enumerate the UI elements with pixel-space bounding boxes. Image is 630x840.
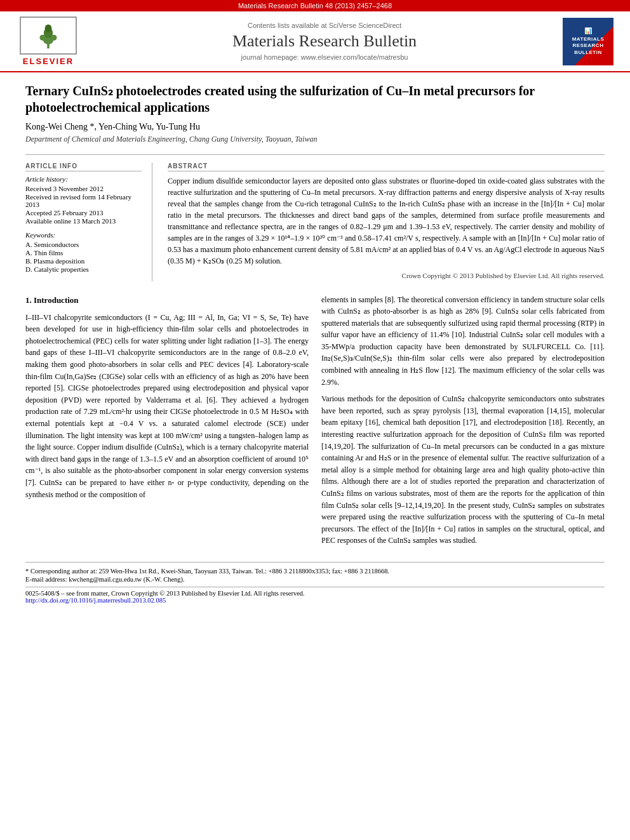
authors: Kong-Wei Cheng *, Yen-Ching Wu, Yu-Tung … xyxy=(25,122,605,132)
article-info-abstract: Article Info Article history: Received 3… xyxy=(25,163,605,281)
abstract-text: Copper indium disulfide semiconductor la… xyxy=(168,175,605,281)
mrb-label: MATERIALS xyxy=(572,36,605,43)
available-date: Available online 13 March 2013 xyxy=(25,217,142,225)
corresponding-author: * Corresponding author at: 259 Wen-Hwa 1… xyxy=(25,568,605,575)
journal-header: ELSEVIER Contents lists available at Sci… xyxy=(0,11,630,72)
accepted-date: Accepted 25 February 2013 xyxy=(25,209,142,217)
header-divider xyxy=(25,154,605,155)
introduction-section: 1. Introduction I–III–VI chalcopyrite se… xyxy=(25,294,605,552)
received-date: Received 3 November 2012 xyxy=(25,185,142,192)
copyright-text: Crown Copyright © 2013 Published by Else… xyxy=(168,270,605,281)
affiliation: Department of Chemical and Materials Eng… xyxy=(25,135,605,144)
tree-svg xyxy=(36,22,61,50)
kw3: B. Plasma deposition xyxy=(25,257,142,265)
svg-point-5 xyxy=(51,34,57,40)
intro-col2-p2: Various methods for the deposition of Cu… xyxy=(321,393,605,547)
elsevier-name: ELSEVIER xyxy=(23,57,74,66)
footnotes: * Corresponding author at: 259 Wen-Hwa 1… xyxy=(25,562,605,583)
journal-citation-bar: Materials Research Bulletin 48 (2013) 24… xyxy=(0,0,630,11)
svg-point-3 xyxy=(45,24,52,32)
revised-date: Received in revised form 14 February 201… xyxy=(25,193,142,208)
kw4: D. Catalytic properties xyxy=(25,265,142,273)
body-text: 1. Introduction I–III–VI chalcopyrite se… xyxy=(25,294,605,552)
email-address: E-mail address: kwcheng@mail.cgu.edu.tw … xyxy=(25,576,605,583)
elsevier-tree-logo xyxy=(20,17,77,55)
article-info: Article Info Article history: Received 3… xyxy=(25,163,152,281)
journal-homepage: journal homepage: www.elsevier.com/locat… xyxy=(93,53,556,61)
sciverse-text: Contents lists available at SciVerse Sci… xyxy=(93,22,556,29)
kw2: A. Thin films xyxy=(25,249,142,257)
article-info-label: Article Info xyxy=(25,163,142,171)
elsevier-logo-area: ELSEVIER xyxy=(10,17,86,66)
abstract-label: ABSTRACT xyxy=(168,163,605,171)
intro-col1-p1: I–III–VI chalcopyrite semiconductors (I … xyxy=(25,312,309,501)
svg-point-4 xyxy=(40,34,46,40)
mrb-journal-badge: 📊 MATERIALS RESEARCH BULLETIN xyxy=(563,18,613,65)
mrb-label2: RESEARCH xyxy=(572,43,605,49)
history-title: Article history: xyxy=(25,175,142,183)
journal-title: Materials Research Bulletin xyxy=(93,32,556,51)
footer-bottom: 0025-5408/$ – see front matter, Crown Co… xyxy=(25,587,605,604)
keywords-section: Keywords: A. Semiconductors A. Thin film… xyxy=(25,231,142,273)
intro-col2-p1: elements in samples [8]. The theoretical… xyxy=(321,294,605,389)
article-container: Ternary CuInS₂ photoelectrodes created u… xyxy=(0,72,630,614)
mrb-label3: BULLETIN xyxy=(572,50,605,56)
doi-line: http://dx.doi.org/10.1016/j.materresbull… xyxy=(25,597,605,604)
doi-link[interactable]: http://dx.doi.org/10.1016/j.materresbull… xyxy=(25,597,166,604)
keywords-title: Keywords: xyxy=(25,231,142,239)
mrb-badge-area: 📊 MATERIALS RESEARCH BULLETIN xyxy=(563,18,620,65)
abstract-column: ABSTRACT Copper indium disulfide semicon… xyxy=(168,163,605,281)
article-history: Article history: Received 3 November 201… xyxy=(25,175,142,225)
kw1: A. Semiconductors xyxy=(25,241,142,248)
intro-heading: 1. Introduction xyxy=(25,294,309,307)
issn-line: 0025-5408/$ – see front matter, Crown Co… xyxy=(25,590,605,597)
intro-left-col: 1. Introduction I–III–VI chalcopyrite se… xyxy=(25,294,309,552)
intro-right-col: elements in samples [8]. The theoretical… xyxy=(321,294,605,552)
journal-citation-text: Materials Research Bulletin 48 (2013) 24… xyxy=(238,2,392,10)
abstract-paragraph: Copper indium disulfide semiconductor la… xyxy=(168,175,605,267)
article-title: Ternary CuInS₂ photoelectrodes created u… xyxy=(25,83,605,116)
journal-title-area: Contents lists available at SciVerse Sci… xyxy=(86,22,563,61)
